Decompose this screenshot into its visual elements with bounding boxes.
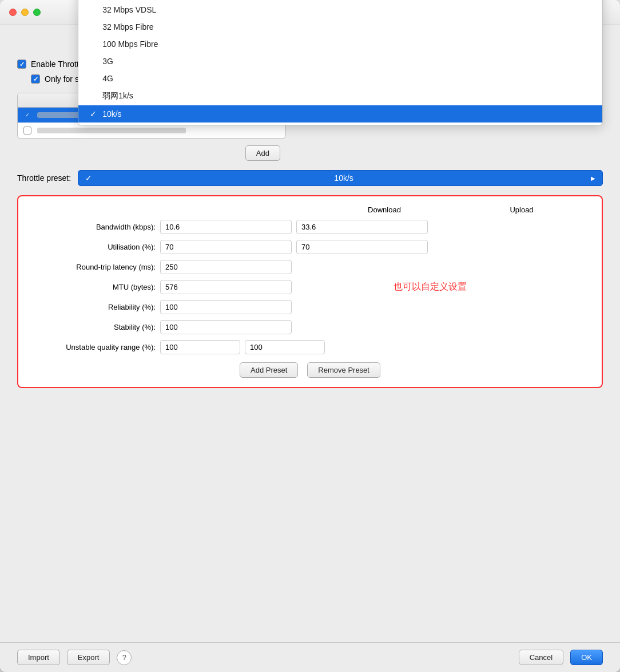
preset-label: Throttle preset: <box>17 173 71 183</box>
unstable-label: Unstable quality range (%): <box>30 343 156 351</box>
utilisation-label: Utilisation (%): <box>30 243 156 251</box>
dropdown-item-4g[interactable]: 4G <box>78 70 602 87</box>
dropdown-item-32mbps-fibre[interactable]: 32 Mbps Fibre <box>78 18 602 35</box>
minimize-button[interactable] <box>21 9 29 16</box>
bandwidth-download-input[interactable] <box>160 220 292 234</box>
close-button[interactable] <box>9 9 17 16</box>
maximize-button[interactable] <box>33 9 41 16</box>
content-area: 可以指定域名拦截，也可以所有请求拦截 Enable Throttling Onl… <box>0 25 620 642</box>
import-button[interactable]: Import <box>17 650 60 665</box>
row-checkbox-1[interactable] <box>23 111 31 119</box>
fields-headers: Download Upload <box>30 205 590 214</box>
annotation-custom: 也可以自定义设置 <box>394 281 467 293</box>
add-preset-button[interactable]: Add Preset <box>240 362 298 378</box>
dropdown-item-100mbps[interactable]: 100 Mbps Fibre <box>78 35 602 53</box>
selected-checkmark: ✓ <box>85 173 92 183</box>
col-header-download: Download <box>316 205 453 214</box>
dropdown-item-3g[interactable]: 3G <box>78 53 602 70</box>
export-button[interactable]: Export <box>67 650 110 665</box>
utilisation-download-input[interactable] <box>160 240 292 254</box>
rtt-label: Round-trip latency (ms): <box>30 263 156 271</box>
window: Throttle Settings 可以指定域名拦截，也可以所有请求拦截 Ena… <box>0 0 620 672</box>
unstable-row: Unstable quality range (%): <box>30 340 590 354</box>
utilisation-row: Utilisation (%): <box>30 240 590 254</box>
reliability-row: Reliability (%): <box>30 300 590 314</box>
bottom-bar: Import Export ? Cancel OK <box>0 642 620 672</box>
traffic-lights <box>9 9 41 16</box>
selected-preset-text: 10k/s <box>334 173 353 183</box>
bandwidth-upload-input[interactable] <box>296 220 428 234</box>
ok-button[interactable]: OK <box>570 650 603 665</box>
dropdown-item-ruo[interactable]: 弱网1k/s <box>78 87 602 105</box>
throttle-preset-row: Throttle preset: 56 kbps Modem <box>17 170 603 186</box>
preset-selected-display[interactable]: ✓ 10k/s ▶ <box>78 170 603 186</box>
cancel-button[interactable]: Cancel <box>519 650 563 665</box>
row-checkbox-2[interactable] <box>23 127 31 135</box>
rtt-row: Round-trip latency (ms): <box>30 260 590 274</box>
stability-label: Stability (%): <box>30 323 156 331</box>
utilisation-upload-input[interactable] <box>296 240 428 254</box>
remove-preset-button[interactable]: Remove Preset <box>307 362 380 378</box>
dropdown-arrow-icon: ▶ <box>591 175 595 181</box>
add-button[interactable]: Add <box>245 145 280 161</box>
reliability-input[interactable] <box>160 300 292 314</box>
enable-throttling-checkbox[interactable] <box>17 60 26 69</box>
only-hosts-checkbox[interactable] <box>31 74 40 84</box>
mtu-row: MTU (bytes): 也可以自定义设置 <box>30 280 590 294</box>
bandwidth-label: Bandwidth (kbps): <box>30 223 156 231</box>
mtu-label: MTU (bytes): <box>30 283 156 291</box>
rtt-input[interactable] <box>160 260 292 274</box>
stability-row: Stability (%): <box>30 320 590 334</box>
help-button[interactable]: ? <box>117 650 132 665</box>
mtu-input[interactable] <box>160 280 292 294</box>
fields-section: Download Upload Bandwidth (kbps): Utilis… <box>17 195 603 388</box>
unstable-input-1[interactable] <box>160 340 240 354</box>
location-text-2 <box>37 128 186 133</box>
stability-input[interactable] <box>160 320 292 334</box>
reliability-label: Reliability (%): <box>30 303 156 311</box>
bottom-right: Cancel OK <box>519 650 603 665</box>
preset-dropdown: 56 kbps Modem 256 kbps ISDN/DSL 512 kbps… <box>78 170 603 186</box>
dropdown-item-10ks[interactable]: ✓ 10k/s <box>78 105 602 122</box>
dropdown-item-32mbps-vdsl[interactable]: 32 Mbps VDSL <box>78 1 602 18</box>
bandwidth-row: Bandwidth (kbps): <box>30 220 590 234</box>
unstable-input-2[interactable] <box>245 340 325 354</box>
preset-buttons: Add Preset Remove Preset <box>30 362 590 378</box>
dropdown-menu: 56 kbps Modem 256 kbps ISDN/DSL 512 kbps… <box>78 0 603 125</box>
add-row: Add <box>17 145 286 161</box>
col-header-upload: Upload <box>453 205 590 214</box>
